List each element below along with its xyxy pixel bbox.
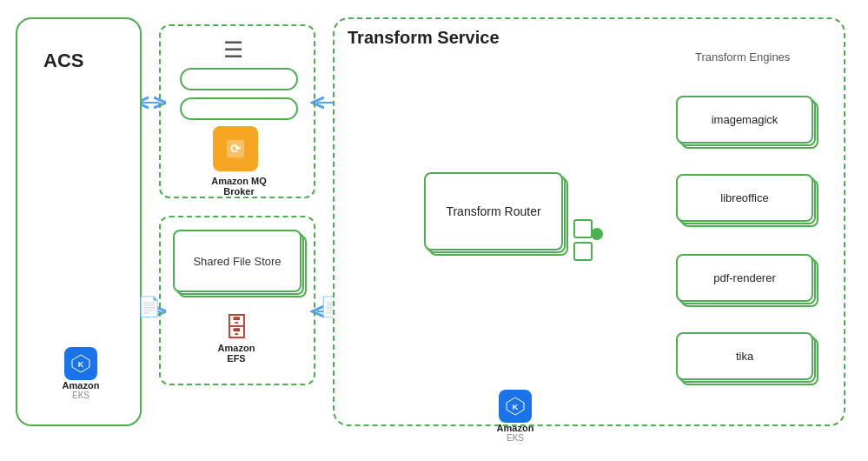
mq-icon: ⟳ <box>213 126 258 171</box>
cylinder-2 <box>180 97 298 120</box>
engine-tika-label: tika <box>736 350 753 363</box>
connector-box-2 <box>573 242 593 261</box>
architecture-diagram: ACS K Amazon EKS ☰ ⟳ Amazon MQ Broker <box>0 0 868 461</box>
acs-title: ACS <box>43 50 83 72</box>
mq-area: ☰ ⟳ Amazon MQ Broker <box>159 24 315 198</box>
connector-dot <box>591 228 603 240</box>
acs-eks-label: Amazon <box>42 380 120 391</box>
transform-router-stack: Transform Router <box>424 172 563 251</box>
doc-icon-left: 📄 <box>137 296 161 318</box>
svg-text:K: K <box>513 403 519 411</box>
efs-label: Amazon EFS <box>206 343 267 364</box>
svg-text:⟳: ⟳ <box>230 142 242 156</box>
engine-tika: tika <box>676 332 813 380</box>
transform-eks-label: Amazon <box>476 423 554 433</box>
acs-eks-sub: EKS <box>42 391 120 400</box>
eks-hex-transform: K <box>499 390 532 423</box>
engine-pdf-renderer: pdf-renderer <box>676 254 813 302</box>
acs-box: ACS K Amazon EKS <box>16 17 142 426</box>
acs-eks-icon: K Amazon EKS <box>42 347 120 400</box>
engine-libreoffice: libreoffice <box>676 174 813 222</box>
connector-box-1 <box>573 219 593 238</box>
transform-router-label: Transform Router <box>446 204 540 218</box>
shared-file-store-label: Shared File Store <box>193 255 281 268</box>
eks-hex-acs: K <box>64 347 97 380</box>
mq-label: Amazon MQ Broker <box>169 176 308 197</box>
sfs-stack: Shared File Store <box>173 230 301 292</box>
efs-area: Shared File Store 🗄 Amazon EFS <box>159 216 315 385</box>
transform-eks-sub: EKS <box>476 433 554 443</box>
cylinder-1 <box>180 68 298 90</box>
efs-icon: 🗄 <box>206 313 267 343</box>
list-icon: ☰ <box>223 37 243 63</box>
efs-icon-area: 🗄 Amazon EFS <box>206 313 267 364</box>
engine-imagemagick: imagemagick <box>676 96 813 144</box>
transform-service-title: Transform Service <box>348 28 500 48</box>
engine-libreoffice-label: libreoffice <box>720 191 768 204</box>
transform-engines-label: Transform Engines <box>695 50 790 63</box>
engine-pdf-renderer-label: pdf-renderer <box>713 271 776 284</box>
engine-imagemagick-label: imagemagick <box>712 113 779 126</box>
transform-service-eks: K Amazon EKS <box>476 390 554 443</box>
svg-text:K: K <box>78 360 84 369</box>
